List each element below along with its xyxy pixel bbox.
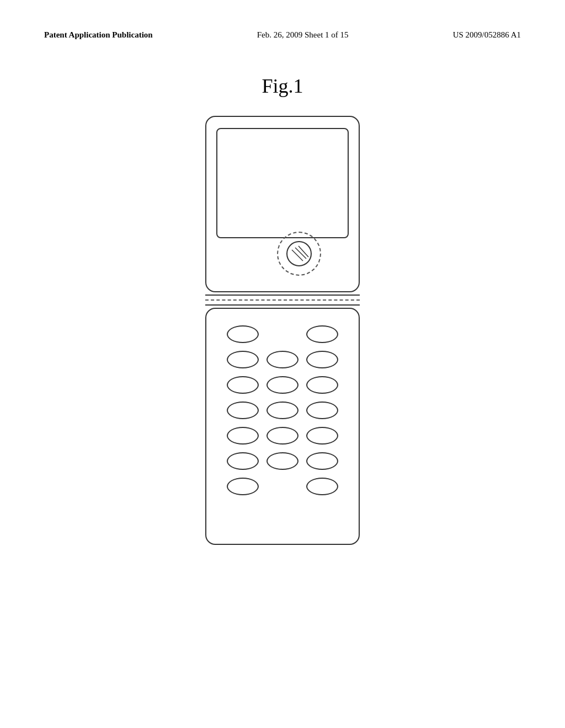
phone-upper-body xyxy=(205,116,360,292)
key-18 xyxy=(227,478,259,495)
phone-lower-body xyxy=(205,308,360,545)
key-7 xyxy=(266,376,299,394)
keypad xyxy=(223,325,342,503)
publication-label: Patent Application Publication xyxy=(44,30,153,40)
key-10 xyxy=(266,402,299,419)
phone-hinge xyxy=(205,292,360,308)
figure-title: Fig.1 xyxy=(262,74,303,98)
key-3 xyxy=(227,351,259,368)
diagram-container xyxy=(189,116,376,545)
key-row-7 xyxy=(223,478,342,495)
key-17 xyxy=(306,452,338,470)
page-header: Patent Application Publication Feb. 26, … xyxy=(0,30,565,40)
key-12 xyxy=(227,427,259,445)
key-16 xyxy=(266,452,299,470)
key-15 xyxy=(227,452,259,470)
hinge-dash-line xyxy=(205,299,360,301)
key-6 xyxy=(227,376,259,394)
hinge-bottom-line xyxy=(205,304,360,306)
date-sheet-label: Feb. 26, 2009 Sheet 1 of 15 xyxy=(257,30,349,40)
key-4 xyxy=(266,351,299,368)
key-2 xyxy=(306,325,338,343)
key-row-1 xyxy=(223,325,342,343)
patent-number-label: US 2009/052886 A1 xyxy=(453,30,521,40)
key-5 xyxy=(306,351,338,368)
key-row-6 xyxy=(223,452,342,470)
key-19 xyxy=(306,478,338,495)
key-row-2 xyxy=(223,351,342,368)
key-8 xyxy=(306,376,338,394)
svg-line-14 xyxy=(292,250,303,261)
key-11 xyxy=(306,402,338,419)
key-row-5 xyxy=(223,427,342,445)
key-1 xyxy=(227,325,259,343)
hinge-top-line xyxy=(205,295,360,296)
inner-circle-3b xyxy=(286,241,312,266)
key-13 xyxy=(266,427,299,445)
key-row-4 xyxy=(223,402,342,419)
key-14 xyxy=(306,427,338,445)
camera-scroll-area xyxy=(277,232,321,276)
phone-screen xyxy=(216,128,349,238)
key-row-3 xyxy=(223,376,342,394)
key-9 xyxy=(227,402,259,419)
